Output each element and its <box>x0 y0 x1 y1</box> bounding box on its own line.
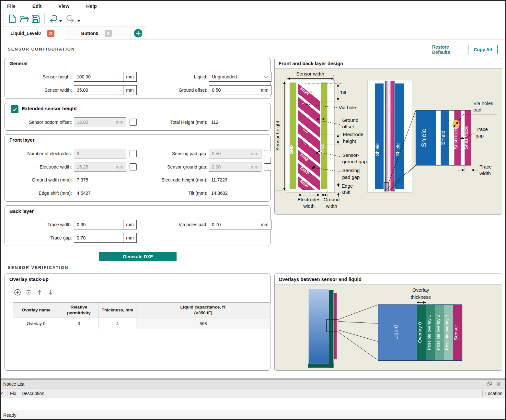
relative-permittivity-cell[interactable]: 3 <box>59 318 99 329</box>
thickness-cell[interactable]: 4 <box>99 318 136 329</box>
sensing-pad-gap-field: mm <box>209 149 261 158</box>
shield-inset-label: Shield <box>420 128 427 147</box>
close-tab-button[interactable] <box>105 30 112 37</box>
add-tab-button[interactable] <box>129 27 147 40</box>
redo-button[interactable] <box>65 13 76 24</box>
arrow-down-icon <box>47 288 54 296</box>
float-panel-button[interactable] <box>487 381 492 386</box>
sensor-verification-heading: SENSOR VERIFICATION <box>8 265 68 270</box>
sensor-bottom-offset-input <box>74 118 113 127</box>
tank-drawing <box>308 289 378 368</box>
sensor-ground-gap-label-2: ground gap <box>342 159 367 164</box>
number-of-electrodes-checkbox[interactable] <box>130 150 137 157</box>
overlay-name-cell[interactable]: Overlay 0 <box>13 318 59 329</box>
sensor-width-input[interactable] <box>74 86 123 95</box>
sensor-width-field[interactable]: mm <box>74 85 137 95</box>
restore-defaults-button[interactable]: Restore Defaults <box>432 45 466 54</box>
overlay-stackup-toolbar <box>13 288 55 297</box>
open-file-button[interactable] <box>18 13 29 24</box>
move-overlay-up-button[interactable] <box>35 288 44 297</box>
extended-sensor-height-checkbox[interactable] <box>11 105 18 113</box>
electrode-width-field: mm <box>74 162 126 172</box>
save-button[interactable] <box>30 13 41 24</box>
sensor-width-label: Sensor width <box>296 71 324 76</box>
number-of-electrodes-field <box>74 149 126 158</box>
via-holes-pad-input[interactable] <box>209 220 258 229</box>
overlay-name-header: Overlay name <box>13 303 59 318</box>
back-layer-title: Back layer <box>9 208 34 214</box>
total-height-value: 112 <box>211 117 218 127</box>
copy-all-button[interactable]: Copy All <box>468 45 498 54</box>
fix-column-header[interactable]: Fix <box>10 391 16 396</box>
menu-help[interactable]: Help <box>82 3 101 9</box>
sensor-height-input[interactable] <box>74 72 123 81</box>
edge-shift-label-2: shift <box>341 190 351 195</box>
severity-column-header[interactable] <box>1 391 5 395</box>
menu-bar: File Edit View Help <box>1 1 505 11</box>
redo-dropdown-caret[interactable] <box>77 20 80 22</box>
trace-width-label-1: Trace <box>479 164 492 169</box>
number-of-electrodes-input <box>74 149 126 158</box>
sensor-ground-gap-unit: mm <box>248 162 261 171</box>
ground-width-result-value: 7.375 <box>77 175 88 185</box>
menu-file[interactable]: File <box>3 3 20 9</box>
electrode-width-checkbox[interactable] <box>130 163 137 170</box>
menu-edit[interactable]: Edit <box>28 3 46 9</box>
via-holes-pad-label-2: pad <box>473 107 481 112</box>
trace-width-input[interactable] <box>74 220 123 229</box>
sensor-ground-gap-checkbox[interactable] <box>264 163 271 170</box>
sensing-pad-gap-checkbox[interactable] <box>264 150 271 157</box>
trace-width-field[interactable]: mm <box>74 220 137 229</box>
sensor-ground-gap-input <box>209 162 248 171</box>
save-icon <box>30 14 41 24</box>
move-overlay-down-button[interactable] <box>46 288 55 297</box>
electrode-height-label-2: height <box>343 138 356 144</box>
menu-view[interactable]: View <box>54 3 74 9</box>
close-panel-button[interactable] <box>496 382 501 386</box>
sensor-height-field[interactable]: mm <box>74 72 137 82</box>
relative-permittivity-header: Relative permittivity <box>59 303 99 318</box>
overlays-panel: Overlays between sensor and liquid <box>274 274 502 371</box>
sensor-ground-gap-label: Sensor-ground gap: <box>144 162 207 172</box>
description-column-header[interactable]: Description <box>22 391 480 396</box>
add-overlay-button[interactable] <box>13 288 22 297</box>
sensor-bottom-offset-checkbox[interactable] <box>130 119 137 126</box>
overlay-table-header-row: Overlay name Relative permittivity Thick… <box>13 303 270 318</box>
front-back-panel-title: Front and back layer design <box>275 58 502 69</box>
ground-offset-field[interactable]: mm <box>209 85 271 95</box>
close-tab-button[interactable] <box>47 30 54 37</box>
toolbar-drag-handle[interactable] <box>2 13 4 25</box>
tab-button0[interactable]: Button0 <box>65 27 128 40</box>
ground-offset-input[interactable] <box>209 86 258 95</box>
toolbar <box>1 11 505 27</box>
location-column-header[interactable]: Location <box>485 391 505 396</box>
liquid-capacitance-header: Liquid capacitance, fF (>350 fF) <box>136 303 270 318</box>
possible-overlay3-label: Possible overlay 3 <box>444 315 449 350</box>
undo-dropdown-caret[interactable] <box>59 20 62 22</box>
trace-width-unit: mm <box>123 220 136 229</box>
liquid-label: Liquid: <box>144 72 207 82</box>
new-file-button[interactable] <box>7 13 18 24</box>
undo-button[interactable] <box>47 13 58 24</box>
sensing-pad-gap-unit: mm <box>248 149 261 158</box>
notice-list-header: Notice List <box>1 379 505 389</box>
via-holes-pad-field[interactable]: mm <box>209 220 271 229</box>
general-group: General Sensor height: mm Sensor width: … <box>5 58 270 99</box>
overlay-stackup-table: Overlay name Relative permittivity Thick… <box>13 302 270 367</box>
shield-left-label: Shield <box>375 144 380 156</box>
generate-dxf-button[interactable]: Generate DXF <box>99 252 177 261</box>
arrow-up-icon <box>36 288 43 296</box>
close-icon <box>496 382 501 386</box>
trace-gap-input[interactable] <box>74 233 123 242</box>
notice-list-body <box>1 399 505 410</box>
via-hole-label: Via hole <box>339 105 356 110</box>
tab-liquid-level0[interactable]: Liquid_Level0 <box>1 27 64 40</box>
delete-overlay-button[interactable] <box>24 288 33 297</box>
trace-gap-field[interactable]: mm <box>74 233 137 243</box>
trash-icon <box>25 288 32 296</box>
general-group-title: General <box>9 61 28 66</box>
liquid-dropdown[interactable]: Ungrounded <box>209 72 271 82</box>
overlay-stackup-group: Overlay stack-up Over <box>5 274 270 371</box>
toolbar-separator <box>44 14 45 24</box>
sensor-width-label: Sensor width: <box>9 85 72 95</box>
